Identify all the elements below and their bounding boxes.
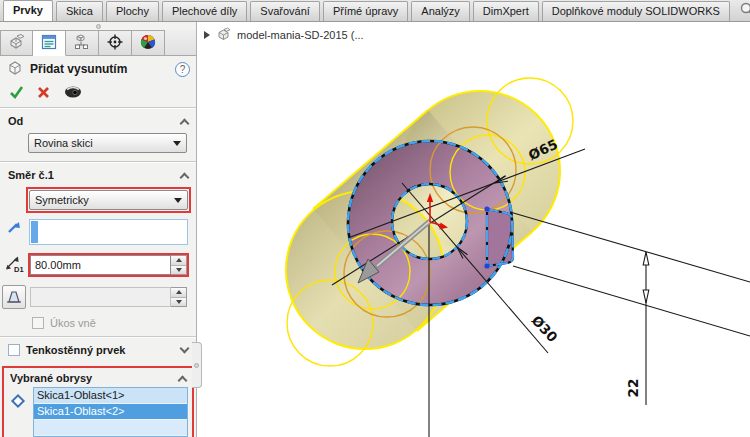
spinner-down-button[interactable] bbox=[171, 298, 186, 307]
help-icon[interactable]: ? bbox=[175, 62, 190, 77]
from-value: Rovina skici bbox=[34, 137, 93, 149]
separator bbox=[0, 161, 196, 162]
ribbon-tab-prvky[interactable]: Prvky bbox=[3, 0, 53, 21]
from-label: Od bbox=[8, 115, 23, 127]
depth-row: D1 80.00mm bbox=[2, 253, 196, 277]
spinner-down-button[interactable] bbox=[171, 266, 186, 275]
highlight-box-end-condition: Symetricky bbox=[26, 187, 191, 213]
feature-tree-icon bbox=[8, 33, 26, 53]
tab-configuration-manager[interactable] bbox=[66, 30, 99, 56]
from-section-header[interactable]: Od bbox=[0, 111, 196, 131]
dimension-height-22[interactable]: 22 bbox=[625, 379, 641, 398]
ok-button[interactable] bbox=[9, 85, 24, 101]
from-dropdown[interactable]: Rovina skici bbox=[28, 133, 187, 153]
property-manager-panel: Přidat vysunutím ? Od Rovina skici Smě bbox=[0, 22, 197, 437]
dimension-diameter-30[interactable]: Ø30 bbox=[528, 312, 560, 345]
draft-button[interactable] bbox=[2, 285, 26, 309]
graphics-area[interactable]: model-mania-SD-2015 (... bbox=[198, 22, 750, 437]
depth-value: 80.00mm bbox=[35, 259, 81, 271]
extrude-preview-body[interactable] bbox=[286, 91, 560, 349]
tab-property-manager[interactable] bbox=[33, 30, 66, 56]
depth-input[interactable]: 80.00mm bbox=[30, 255, 171, 275]
draft-outward-checkbox[interactable] bbox=[32, 317, 44, 329]
direction1-section-header[interactable]: Směr č.1 bbox=[0, 165, 196, 185]
thin-feature-label: Tenkostěnný prvek bbox=[26, 344, 125, 356]
selected-sketch-region-rect[interactable] bbox=[487, 209, 513, 266]
preview-eye-button[interactable] bbox=[63, 85, 83, 101]
direction1-label: Směr č.1 bbox=[8, 169, 54, 181]
end-condition-value: Symetricky bbox=[35, 194, 89, 206]
ribbon-tab-plochy[interactable]: Plochy bbox=[106, 1, 159, 21]
thin-feature-row: Tenkostěnný prvek bbox=[0, 340, 196, 360]
separator bbox=[0, 107, 196, 108]
panel-collapse-handle[interactable] bbox=[0, 22, 196, 30]
manager-tab-bar bbox=[0, 30, 196, 56]
contour-select-icon bbox=[10, 393, 28, 411]
tab-dimxpert-manager[interactable] bbox=[99, 30, 132, 56]
reverse-direction-icon[interactable] bbox=[6, 219, 22, 237]
chevron-down-icon bbox=[174, 198, 182, 203]
svg-text:D1: D1 bbox=[14, 265, 24, 274]
draft-outward-label: Úkos vně bbox=[50, 317, 96, 329]
depth-spinner bbox=[171, 255, 187, 275]
collapse-chevron-icon[interactable] bbox=[180, 172, 190, 182]
selected-contours-label: Vybrané obrysy bbox=[10, 372, 92, 384]
spinner-up-button[interactable] bbox=[171, 288, 186, 298]
expand-arrow-icon[interactable] bbox=[204, 31, 210, 39]
end-condition-dropdown[interactable]: Symetricky bbox=[29, 190, 188, 210]
boss-extrude-icon bbox=[6, 59, 24, 79]
spinner-up-button[interactable] bbox=[171, 256, 186, 266]
tab-feature-manager[interactable] bbox=[0, 30, 33, 56]
flyout-feature-tree: model-mania-SD-2015 (... bbox=[204, 27, 364, 43]
draft-spinner bbox=[171, 287, 187, 307]
draft-row bbox=[2, 285, 196, 309]
ribbon-tab-analyzy[interactable]: Analýzy bbox=[411, 1, 470, 21]
feature-title: Přidat vysunutím bbox=[30, 62, 127, 76]
collapse-chevron-icon[interactable] bbox=[180, 118, 190, 128]
list-item-empty[interactable] bbox=[34, 420, 187, 436]
chevron-down-icon bbox=[173, 141, 181, 146]
part-icon bbox=[216, 27, 231, 43]
depth-d1-icon: D1 bbox=[2, 254, 26, 276]
solidworks-window: Prvky Skica Plochy Plechové díly Svařová… bbox=[0, 0, 750, 437]
ribbon-tab-prime-upravy[interactable]: Přímé úpravy bbox=[323, 1, 408, 21]
selection-active-strip bbox=[31, 221, 38, 243]
highlight-box-depth: 80.00mm bbox=[28, 253, 189, 277]
ribbon-tab-doplnkove-moduly[interactable]: Doplňkové moduly SOLIDWORKS bbox=[542, 1, 730, 21]
selected-contours-list: Skica1-Oblast<1> Skica1-Oblast<2> bbox=[33, 387, 188, 437]
list-item[interactable]: Skica1-Oblast<1> bbox=[34, 388, 187, 404]
tab-display-manager[interactable] bbox=[132, 30, 165, 56]
highlight-box-selected-contours: Vybrané obrysy Skica1-Oblast<1> Skica1-O… bbox=[2, 366, 194, 437]
configuration-manager-icon bbox=[73, 33, 91, 53]
property-manager-icon bbox=[40, 33, 58, 53]
separator bbox=[0, 336, 196, 337]
model-viewport[interactable]: Ø65 Ø30 22 bbox=[198, 22, 750, 437]
dimxpert-manager-icon bbox=[106, 33, 124, 53]
thin-feature-checkbox[interactable] bbox=[8, 344, 20, 356]
feature-title-row: Přidat vysunutím ? bbox=[0, 56, 196, 82]
zoom-icon[interactable] bbox=[739, 1, 750, 18]
ribbon-tab-dimxpert[interactable]: DimXpert bbox=[473, 1, 539, 21]
command-manager-tabs: Prvky Skica Plochy Plechové díly Svařová… bbox=[0, 0, 750, 22]
ribbon-right-toolbar bbox=[733, 1, 750, 21]
list-item-selected[interactable]: Skica1-Oblast<2> bbox=[34, 404, 187, 420]
ribbon-tab-svarovani[interactable]: Svařování bbox=[250, 1, 320, 21]
expand-chevron-icon[interactable] bbox=[180, 344, 190, 354]
ribbon-tab-skica[interactable]: Skica bbox=[56, 1, 103, 21]
draft-angle-input bbox=[30, 287, 171, 307]
display-manager-icon bbox=[139, 33, 157, 53]
selected-contours-header[interactable]: Vybrané obrysy bbox=[6, 369, 190, 387]
direction-reference-box[interactable] bbox=[29, 219, 188, 245]
collapse-chevron-icon[interactable] bbox=[178, 375, 188, 385]
ribbon-tab-plechove-dily[interactable]: Plechové díly bbox=[162, 1, 247, 21]
cancel-button[interactable] bbox=[37, 86, 50, 101]
pm-actions-row bbox=[0, 82, 196, 104]
direction-reference-row bbox=[6, 219, 196, 245]
panel-splitter-handle[interactable] bbox=[192, 342, 202, 388]
draft-outward-row: Úkos vně bbox=[32, 317, 196, 329]
tree-node-label[interactable]: model-mania-SD-2015 (... bbox=[237, 29, 364, 41]
